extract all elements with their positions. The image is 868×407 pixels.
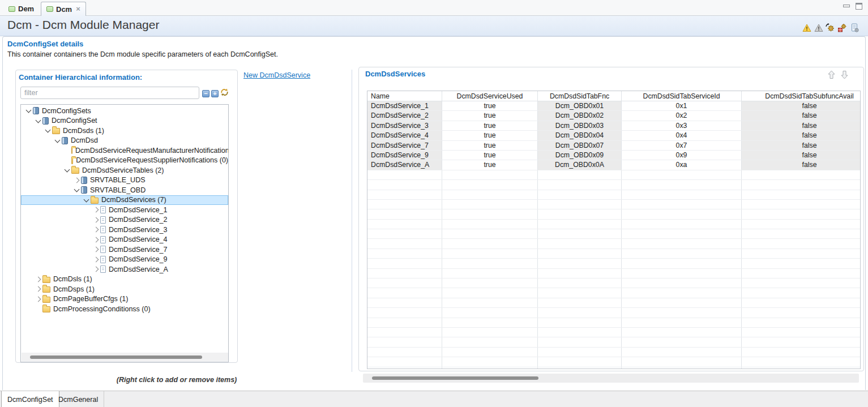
tree-item-dcmpagebuffercfgs-1[interactable]: DcmPageBufferCfgs (1) bbox=[21, 294, 228, 305]
generate-icon[interactable] bbox=[837, 23, 847, 32]
cell[interactable] bbox=[622, 200, 742, 209]
chevron-down-icon[interactable] bbox=[82, 196, 91, 204]
tree-item-dcmdsd[interactable]: DcmDsd bbox=[21, 136, 228, 146]
cell[interactable] bbox=[538, 259, 622, 268]
cell[interactable] bbox=[742, 328, 861, 337]
collapse-all-icon[interactable]: − bbox=[202, 90, 209, 97]
cell[interactable] bbox=[742, 180, 861, 189]
cell[interactable]: false bbox=[742, 151, 861, 160]
cell[interactable]: 0x3 bbox=[622, 121, 742, 130]
cell[interactable] bbox=[622, 239, 742, 248]
tree-item-dcmdsdservice-2[interactable]: DcmDsdService_2 bbox=[21, 215, 228, 225]
cell[interactable]: true bbox=[442, 151, 538, 160]
cell[interactable] bbox=[442, 308, 538, 317]
cell[interactable]: false bbox=[742, 141, 861, 150]
cell[interactable] bbox=[538, 209, 622, 219]
table-row[interactable] bbox=[367, 170, 861, 180]
tab-dcmgeneral[interactable]: DcmGeneral bbox=[53, 391, 104, 407]
cell[interactable] bbox=[538, 269, 622, 278]
cell[interactable] bbox=[742, 308, 861, 317]
cell[interactable]: true bbox=[442, 111, 538, 120]
cell[interactable] bbox=[742, 318, 861, 327]
table-row[interactable]: DcmDsdService_1trueDcm_OBD0x010x1false bbox=[367, 101, 861, 111]
tree-item-dcmdsps-1[interactable]: DcmDsps (1) bbox=[21, 284, 228, 294]
cell[interactable]: Dcm_OBD0x09 bbox=[538, 151, 622, 160]
cell[interactable] bbox=[367, 200, 442, 209]
cell[interactable]: false bbox=[742, 160, 861, 169]
cell[interactable] bbox=[538, 170, 622, 179]
cell[interactable] bbox=[622, 220, 742, 229]
cell[interactable] bbox=[538, 328, 622, 337]
cell[interactable]: DcmDsdService_1 bbox=[367, 101, 442, 110]
chevron-down-icon[interactable] bbox=[63, 166, 71, 174]
cell[interactable] bbox=[538, 288, 622, 297]
filter-input[interactable] bbox=[20, 87, 199, 99]
cell[interactable] bbox=[622, 288, 742, 297]
expand-all-icon[interactable]: + bbox=[211, 90, 219, 97]
cell[interactable] bbox=[367, 367, 442, 369]
cell[interactable] bbox=[538, 337, 622, 346]
chevron-right-icon[interactable] bbox=[34, 275, 42, 284]
cell[interactable]: true bbox=[442, 121, 538, 130]
table-row[interactable] bbox=[367, 328, 861, 337]
cell[interactable] bbox=[442, 328, 538, 337]
cell[interactable] bbox=[367, 180, 442, 189]
refresh-icon[interactable] bbox=[220, 88, 229, 98]
cell[interactable]: true bbox=[442, 141, 538, 150]
cell[interactable] bbox=[538, 200, 622, 209]
chevron-right-icon[interactable] bbox=[34, 295, 42, 303]
cell[interactable] bbox=[742, 229, 861, 238]
close-icon[interactable]: × bbox=[76, 6, 80, 12]
cell[interactable] bbox=[367, 328, 442, 337]
cell[interactable] bbox=[622, 357, 742, 366]
cell[interactable] bbox=[367, 249, 442, 258]
cell[interactable]: Dcm_OBD0x04 bbox=[538, 131, 622, 140]
cell[interactable] bbox=[442, 357, 538, 366]
cell[interactable] bbox=[742, 209, 861, 219]
cell[interactable] bbox=[742, 367, 861, 369]
chevron-right-icon[interactable] bbox=[92, 225, 100, 234]
tree-item-dcmdsls-1[interactable]: DcmDsls (1) bbox=[21, 275, 228, 285]
cell[interactable] bbox=[742, 288, 861, 297]
cell[interactable] bbox=[442, 239, 538, 248]
cell[interactable]: true bbox=[442, 160, 538, 169]
cell[interactable]: 0x1 bbox=[622, 101, 742, 110]
cell[interactable] bbox=[367, 170, 442, 179]
cell[interactable] bbox=[742, 337, 861, 346]
table-row[interactable]: DcmDsdService_9trueDcm_OBD0x090x9false bbox=[367, 151, 861, 160]
tree-item-dcmdsdservice-9[interactable]: DcmDsdService_9 bbox=[21, 255, 228, 265]
cell[interactable]: Dcm_OBD0x03 bbox=[538, 121, 622, 130]
table-row[interactable] bbox=[367, 318, 861, 328]
cell[interactable] bbox=[367, 318, 442, 327]
cell[interactable] bbox=[367, 239, 442, 248]
cell[interactable]: DcmDsdService_9 bbox=[367, 151, 442, 160]
cell[interactable] bbox=[367, 348, 442, 357]
scrollbar-thumb[interactable] bbox=[30, 355, 202, 359]
tree-item-dcmconfigset[interactable]: DcmConfigSet bbox=[21, 116, 228, 126]
cell[interactable] bbox=[367, 269, 442, 278]
table-row[interactable]: DcmDsdService_2trueDcm_OBD0x020x2false bbox=[367, 111, 861, 121]
cell[interactable] bbox=[622, 328, 742, 337]
cell[interactable] bbox=[367, 190, 442, 199]
move-up-icon[interactable] bbox=[828, 70, 835, 82]
container-tree[interactable]: DcmConfigSetsDcmConfigSetDcmDsds (1)DcmD… bbox=[20, 104, 229, 362]
cell[interactable] bbox=[622, 249, 742, 258]
table-row[interactable]: DcmDsdService_3trueDcm_OBD0x030x3false bbox=[367, 121, 861, 131]
cell[interactable] bbox=[442, 220, 538, 229]
chevron-down-icon[interactable] bbox=[72, 186, 81, 194]
tree-item-srvtable-uds[interactable]: SRVTABLE_UDS bbox=[21, 175, 228, 186]
cell[interactable] bbox=[442, 200, 538, 209]
cell[interactable] bbox=[442, 229, 538, 238]
cell[interactable]: Dcm_OBD0x01 bbox=[538, 101, 622, 110]
cell[interactable] bbox=[538, 239, 622, 248]
tab-dcm[interactable]: Dcm × bbox=[41, 2, 86, 16]
cell[interactable] bbox=[622, 269, 742, 278]
table-row[interactable] bbox=[367, 220, 861, 229]
cell[interactable] bbox=[367, 259, 442, 268]
cell[interactable] bbox=[742, 220, 861, 229]
cell[interactable] bbox=[367, 337, 442, 346]
cell[interactable] bbox=[538, 348, 622, 357]
report-icon[interactable] bbox=[849, 23, 859, 32]
cell[interactable] bbox=[538, 308, 622, 317]
cell[interactable] bbox=[538, 220, 622, 229]
